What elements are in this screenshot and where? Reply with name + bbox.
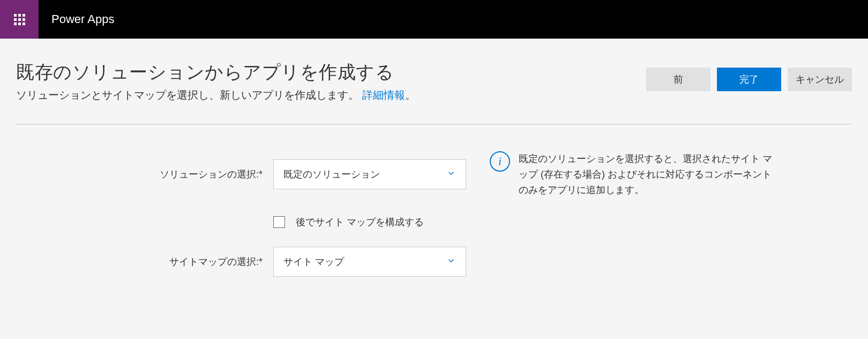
solution-select-label: ソリューションの選択:* (16, 168, 273, 181)
prev-button[interactable]: 前 (646, 68, 710, 91)
subtitle-text: ソリューションとサイトマップを選択し、新しいアプリを作成します。 (16, 89, 359, 101)
sitemap-select-value: サイト マップ (283, 255, 344, 268)
action-buttons: 前 完了 キャンセル (646, 68, 852, 91)
learn-more-link[interactable]: 詳細情報 (362, 89, 405, 101)
app-launcher-button[interactable] (0, 0, 39, 39)
sitemap-select-label: サイトマップの選択:* (16, 255, 273, 268)
done-button[interactable]: 完了 (717, 68, 781, 91)
configure-later-label: 後でサイト マップを構成する (296, 216, 424, 229)
solution-select-value: 既定のソリューション (283, 168, 380, 181)
page-subtitle: ソリューションとサイトマップを選択し、新しいアプリを作成します。 詳細情報。 (16, 88, 646, 102)
app-header: Power Apps (0, 0, 868, 39)
page-title: 既存のソリューションからアプリを作成する (16, 60, 646, 85)
info-message: i 既定のソリューションを選択すると、選択されたサイト マップ (存在する場合)… (490, 151, 779, 197)
chevron-down-icon (446, 256, 456, 268)
info-text: 既定のソリューションを選択すると、選択されたサイト マップ (存在する場合) お… (519, 151, 779, 197)
info-icon: i (490, 151, 510, 172)
waffle-icon (14, 14, 25, 25)
solution-select[interactable]: 既定のソリューション (273, 159, 466, 189)
app-title: Power Apps (51, 12, 114, 26)
subtitle-suffix: 。 (405, 89, 416, 101)
configure-later-checkbox[interactable] (273, 216, 285, 228)
cancel-button[interactable]: キャンセル (788, 68, 852, 91)
divider (16, 124, 852, 124)
sitemap-select[interactable]: サイト マップ (273, 247, 466, 277)
chevron-down-icon (446, 168, 456, 181)
